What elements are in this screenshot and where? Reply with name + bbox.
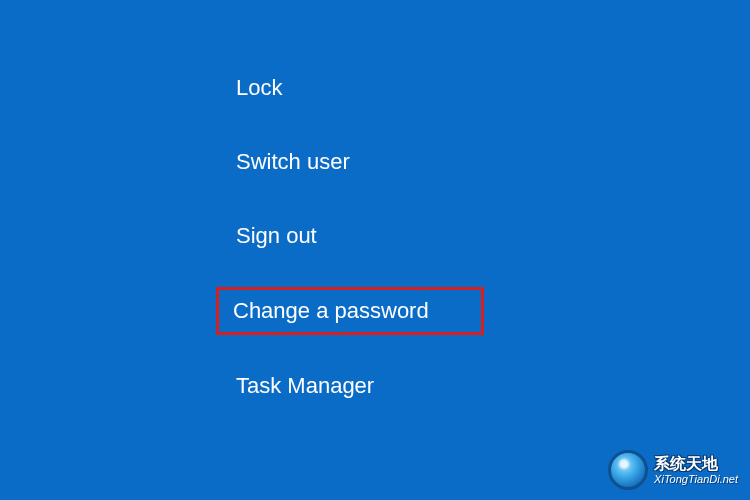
- security-options-menu: Lock Switch user Sign out Change a passw…: [218, 65, 484, 437]
- watermark: 系统天地 XiTongTianDi.net: [608, 450, 738, 490]
- switch-user-option[interactable]: Switch user: [218, 139, 368, 185]
- watermark-title: 系统天地: [654, 455, 738, 473]
- globe-icon: [608, 450, 648, 490]
- change-password-option[interactable]: Change a password: [216, 287, 484, 335]
- sign-out-option[interactable]: Sign out: [218, 213, 335, 259]
- watermark-url: XiTongTianDi.net: [654, 473, 738, 485]
- lock-option[interactable]: Lock: [218, 65, 300, 111]
- task-manager-option[interactable]: Task Manager: [218, 363, 392, 409]
- watermark-text: 系统天地 XiTongTianDi.net: [654, 455, 738, 485]
